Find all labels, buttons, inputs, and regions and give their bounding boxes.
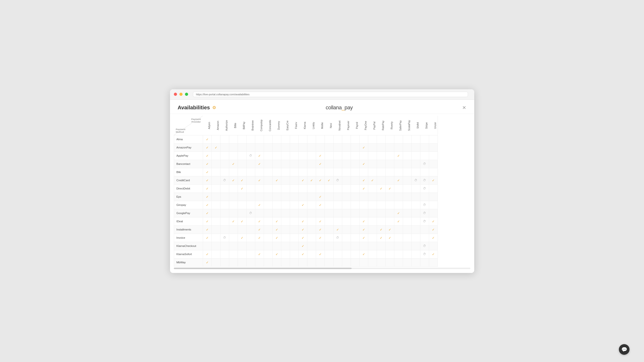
provider-header-concardis: Concardis (264, 116, 272, 135)
checkmark-icon: ✓ (380, 187, 382, 190)
cell-giropay-ratepay (377, 201, 386, 209)
cell-directdebit-scalapay (403, 184, 412, 193)
cell-blik-nexi (324, 168, 333, 176)
cell-eps-unzer (429, 193, 438, 201)
cell-klarnasofort-riverty (386, 250, 394, 258)
address-bar[interactable]: https://live-portal.collanapay.com/avail… (193, 92, 468, 97)
cell-invoice-scalapay (403, 234, 412, 242)
cell-eps-novalnet (333, 193, 342, 201)
cell-blik-unzer (429, 168, 438, 176)
clock-icon: ⏱ (423, 252, 426, 256)
cell-directdebit-unzer (429, 184, 438, 193)
cell-googlepay-dummy (272, 209, 281, 217)
chat-button[interactable]: 💬 (619, 344, 630, 355)
cell-installments-concardis (264, 225, 272, 234)
cell-alma-scalapay (403, 135, 412, 143)
browser-content: Availabilities ⚙ collana_pay ✕ PaymentPr… (170, 100, 474, 273)
cell-installments-authorize (220, 225, 229, 234)
cell-applepay-dummy (272, 152, 281, 160)
provider-header-nexi: Nexi (324, 116, 333, 135)
cell-applepay-klarna (298, 152, 307, 160)
checkmark-icon: ✓ (362, 220, 365, 223)
close-dot[interactable] (174, 93, 177, 96)
cell-giropay-shift4 (412, 201, 420, 209)
method-name-applepay: ApplePay (174, 152, 203, 160)
gear-icon[interactable]: ⚙ (212, 105, 216, 110)
cell-klarnasofort-payone: ✓ (359, 250, 368, 258)
cell-alma-braintree (246, 135, 255, 143)
cell-installments-paynil (350, 225, 359, 234)
maximize-dot[interactable] (185, 93, 188, 96)
cell-directdebit-ratepay: ✓ (377, 184, 386, 193)
cell-alma-fiserv (290, 135, 298, 143)
clock-icon: ⏱ (249, 154, 252, 157)
scrollbar[interactable] (174, 268, 470, 269)
cell-ideal-billie: ✓ (229, 217, 238, 225)
checkmark-icon: ✓ (380, 228, 382, 231)
provider-header-payever: Payever (342, 116, 350, 135)
cell-installments-payever (342, 225, 350, 234)
provider-header-klarna: Klarna (298, 116, 307, 135)
cell-creditcard-fiserv (290, 176, 298, 184)
cell-ideal-saferpay: ✓ (394, 217, 403, 225)
cell-giropay-authorize (220, 201, 229, 209)
cell-bancontact-easycre (281, 160, 290, 168)
minimize-dot[interactable] (180, 93, 182, 96)
cell-klarnacheckout-billpay (238, 242, 246, 250)
checkmark-icon: ✓ (380, 236, 382, 240)
method-name-mbway: MbWay (174, 258, 203, 266)
cell-giropay-easycre (281, 201, 290, 209)
availability-table: PaymentProvider PaymentMethod AdyenAmazo… (174, 116, 438, 267)
cell-blik-linkliy (307, 168, 316, 176)
cell-mbway-billpay (238, 258, 246, 266)
cell-blik-stripe (420, 168, 429, 176)
cell-blik-novalnet (333, 168, 342, 176)
cell-amazonpay-mollie (316, 143, 324, 152)
cell-klarnasofort-dummy: ✓ (272, 250, 281, 258)
cell-ideal-payone: ✓ (359, 217, 368, 225)
cell-eps-saferpay (394, 193, 403, 201)
checkmark-icon: ✓ (302, 244, 304, 248)
cell-ideal-fiserv (290, 217, 298, 225)
checkmark-icon: ✓ (362, 252, 365, 256)
cell-googlepay-linkliy (307, 209, 316, 217)
cell-bancontact-nexi (324, 160, 333, 168)
cell-amazonpay-linkliy (307, 143, 316, 152)
cell-googlepay-nexi (324, 209, 333, 217)
cell-alma-ratepay (377, 135, 386, 143)
cell-applepay-nexi (324, 152, 333, 160)
cell-directdebit-mollie (316, 184, 324, 193)
cell-klarnacheckout-payever (342, 242, 350, 250)
cell-klarnasofort-paypal (368, 250, 377, 258)
cell-giropay-concardis (264, 201, 272, 209)
cell-mbway-adyen: ✓ (203, 258, 212, 266)
cell-giropay-amazon (212, 201, 220, 209)
cell-bancontact-braintree (246, 160, 255, 168)
cell-eps-payone (359, 193, 368, 201)
checkmark-icon: ✓ (215, 146, 217, 149)
cell-amazonpay-authorize (220, 143, 229, 152)
cell-eps-riverty (386, 193, 394, 201)
cell-bancontact-novalnet (333, 160, 342, 168)
cell-mbway-fiserv (290, 258, 298, 266)
cell-directdebit-novalnet (333, 184, 342, 193)
cell-amazonpay-payever (342, 143, 350, 152)
cell-eps-braintree (246, 193, 255, 201)
cell-bancontact-computop: ✓ (255, 160, 264, 168)
cell-alma-billpay (238, 135, 246, 143)
cell-blik-shift4 (412, 168, 420, 176)
cell-creditcard-linkliy: ✓ (307, 176, 316, 184)
cell-applepay-scalapay (403, 152, 412, 160)
cell-creditcard-payone: ✓ (359, 176, 368, 184)
method-name-bancontact: Bancontact (174, 160, 203, 168)
cell-klarnacheckout-paynil (350, 242, 359, 250)
cell-giropay-payever (342, 201, 350, 209)
close-button[interactable]: ✕ (462, 105, 466, 110)
checkmark-icon: ✓ (328, 179, 330, 182)
checkmark-icon: ✓ (276, 220, 278, 223)
cell-blik-billpay (238, 168, 246, 176)
cell-klarnacheckout-scalapay (403, 242, 412, 250)
cell-directdebit-billpay: ✓ (238, 184, 246, 193)
table-container[interactable]: PaymentProvider PaymentMethod AdyenAmazo… (170, 114, 474, 273)
cell-klarnacheckout-ratepay (377, 242, 386, 250)
